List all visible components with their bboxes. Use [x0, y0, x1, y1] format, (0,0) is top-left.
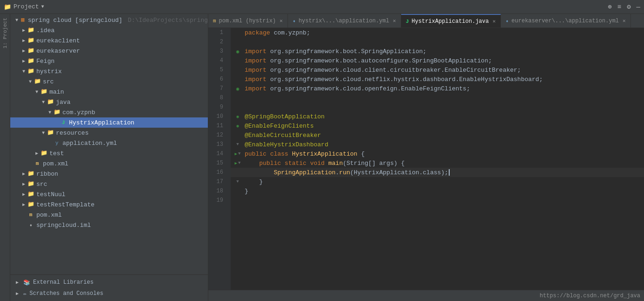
tree-item-pomroot[interactable]: m pom.xml	[10, 210, 208, 220]
code-line-5: import org.springframework.cloud.client.…	[231, 65, 644, 75]
folder-icon: 📁	[4, 3, 11, 11]
tab-hystrix-java[interactable]: J HystrixApplication.java ✕	[401, 14, 501, 28]
eurekaclient-folder-icon: 📁	[27, 37, 34, 44]
code-text-5[interactable]: import org.springframework.cloud.client.…	[245, 67, 521, 74]
code-text-4[interactable]: import org.springframework.boot.autoconf…	[245, 57, 492, 64]
code-text-19[interactable]	[245, 197, 248, 204]
ln-3: 3	[208, 47, 227, 56]
tree-item-hystrix[interactable]: 📁 hystrix	[10, 66, 208, 76]
gutter-7: ◉	[231, 86, 245, 92]
testnuul-arrow-icon	[21, 192, 27, 197]
tab-eureka-yml-label: eurekaserver\...\application.yml	[512, 18, 619, 24]
tab-hystrix-yml[interactable]: ⬧ hystrix\...\application.yml ✕	[288, 14, 401, 28]
tree-item-resources[interactable]: 📁 resources	[10, 128, 208, 138]
tree-item-testresttemplate[interactable]: 📁 testRestTemplate	[10, 199, 208, 210]
tab-eureka-yml[interactable]: ⬧ eurekaserver\...\application.yml ✕	[501, 14, 631, 28]
test-label: test	[49, 150, 64, 157]
code-text-12[interactable]: @EnableCircuitBreaker	[245, 132, 321, 139]
tree-item-feign[interactable]: 📁 Feign	[10, 56, 208, 66]
tab-pom-hystrix-icon: m	[213, 18, 216, 24]
gutter-10: ◉	[231, 114, 245, 119]
code-text-10[interactable]: @SpringBootApplication	[245, 113, 325, 120]
hystrix-folder-icon: 📁	[27, 68, 34, 75]
tree-item-appyml[interactable]: y application.yml	[10, 138, 208, 148]
tree-item-springcloudiml[interactable]: ⬧ springcloud.iml	[10, 220, 208, 230]
code-editor: 1 2 3 4 5 6 7 8 9 10 11 12 13 14 15 16 1	[208, 28, 644, 290]
scratches-label: Scratches and Consoles	[29, 290, 103, 297]
tab-pom-hystrix-close[interactable]: ✕	[280, 18, 283, 24]
tree-item-idea[interactable]: 📁 .idea	[10, 25, 208, 35]
code-text-1[interactable]: package com.yzpnb;	[245, 29, 310, 36]
code-line-7: ◉ import org.springframework.cloud.openf…	[231, 84, 644, 93]
toolbar-icons: ⊕ ≡ ⚙ —	[608, 3, 640, 11]
add-icon[interactable]: ⊕	[608, 3, 611, 11]
ln-4: 4	[208, 56, 227, 65]
ribbon-folder-icon: 📁	[27, 170, 34, 178]
pomroot-icon: m	[27, 211, 34, 219]
tree-item-ribbon[interactable]: 📁 ribbon	[10, 169, 208, 179]
minimize-icon[interactable]: —	[637, 3, 640, 11]
tree-item-test[interactable]: 📁 test	[10, 148, 208, 158]
code-line-13: ▼ @EnableHystrixDashboard	[231, 140, 644, 149]
module-icon: ▦	[20, 16, 26, 24]
tab-hystrix-java-label: HystrixApplication.java	[411, 18, 489, 25]
code-line-1: package com.yzpnb;	[231, 28, 644, 37]
code-text-13[interactable]: @EnableHystrixDashboard	[245, 141, 328, 148]
resources-label: resources	[56, 130, 89, 137]
tab-pom-hystrix[interactable]: m pom.xml (hystrix) ✕	[208, 14, 288, 28]
idea-label: .idea	[36, 27, 55, 34]
tree-root[interactable]: ▦ spring cloud [springcloud] D:\IdeaProj…	[10, 15, 208, 25]
code-text-2[interactable]	[245, 39, 248, 46]
menu-icon[interactable]: ≡	[617, 3, 621, 11]
tree-item-src[interactable]: 📁 src	[10, 76, 208, 87]
code-text-7[interactable]: import org.springframework.cloud.openfei…	[245, 85, 470, 92]
code-line-14: ▶ ▼ public class HystrixApplication {	[231, 149, 644, 158]
external-libraries-item[interactable]: 📚 External Libraries	[10, 277, 208, 288]
tab-hystrix-java-close[interactable]: ✕	[493, 18, 496, 24]
code-text-8[interactable]	[245, 95, 248, 102]
eurekaserver-label: eurekaserver	[36, 48, 80, 55]
springcloudiml-icon: ⬧	[27, 221, 34, 229]
code-text-3[interactable]: import org.springframework.boot.SpringAp…	[245, 48, 426, 55]
extlib-arrow-icon	[14, 280, 21, 285]
ln-6: 6	[208, 75, 227, 84]
hystrix-label: hystrix	[36, 68, 62, 75]
tree-item-comyzpnb[interactable]: 📁 com.yzpnb	[10, 107, 208, 117]
tree-item-java[interactable]: 📁 java	[10, 97, 208, 107]
ln-9: 9	[208, 103, 227, 112]
ln-19: 19	[208, 196, 227, 205]
tab-hystrix-yml-close[interactable]: ✕	[393, 18, 396, 24]
project-vertical-label[interactable]: 1: Project	[2, 18, 8, 48]
code-text-16[interactable]: SpringApplication.run(HystrixApplication…	[245, 169, 450, 176]
code-text-9[interactable]	[245, 104, 248, 111]
code-text-15[interactable]: public static void main(String[] args) {	[245, 160, 404, 167]
root-path: D:\IdeaProjects\spring	[128, 17, 208, 24]
appyml-icon: y	[53, 139, 61, 147]
code-text-6[interactable]: import org.springframework.cloud.netflix…	[245, 76, 543, 83]
tree-item-eurekaclient[interactable]: 📁 eurekaclient	[10, 35, 208, 46]
main-label: main	[49, 89, 64, 96]
code-text-18[interactable]: }	[245, 188, 248, 195]
testresttemplate-folder-icon: 📁	[27, 201, 34, 208]
code-line-2	[231, 37, 644, 47]
tab-eureka-yml-close[interactable]: ✕	[623, 18, 626, 24]
code-text-17[interactable]: }	[245, 178, 263, 185]
scratches-item[interactable]: ✏️ Scratches and Consoles	[10, 288, 208, 299]
dropdown-arrow-icon[interactable]: ▼	[41, 4, 44, 9]
tree-item-pomhystrix[interactable]: m pom.xml	[10, 158, 208, 169]
code-text-11[interactable]: @EnableFeignClients	[245, 123, 314, 130]
testresttemplate-label: testRestTemplate	[36, 201, 95, 208]
code-text-14[interactable]: public class HystrixApplication {	[245, 150, 365, 157]
code-line-3: ◉ import org.springframework.boot.Spring…	[231, 47, 644, 56]
code-line-8	[231, 93, 644, 103]
settings-icon[interactable]: ⚙	[627, 3, 630, 11]
code-line-6: import org.springframework.cloud.netflix…	[231, 75, 644, 84]
tree-item-src2[interactable]: 📁 src	[10, 179, 208, 189]
tab-bar: m pom.xml (hystrix) ✕ ⬧ hystrix\...\appl…	[208, 14, 644, 28]
tree-item-main[interactable]: 📁 main	[10, 87, 208, 97]
tree-item-testnuul[interactable]: 📁 testNuul	[10, 189, 208, 199]
tree-item-eurekaserver[interactable]: 📁 eurekaserver	[10, 46, 208, 56]
comyzpnb-arrow-icon	[47, 110, 53, 115]
eurekaserver-arrow-icon	[21, 48, 27, 54]
tree-item-hystrixapplication[interactable]: J HystrixApplication	[10, 117, 208, 128]
